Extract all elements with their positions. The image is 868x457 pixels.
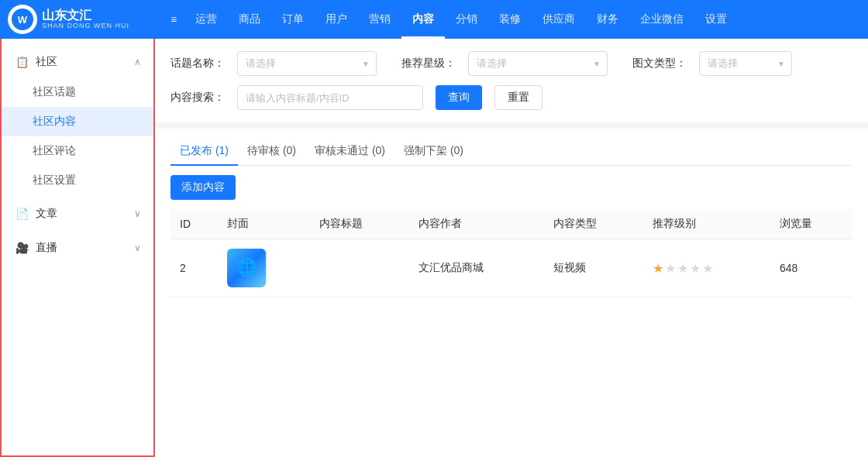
tab-pending[interactable]: 待审核 (0): [238, 138, 305, 166]
image-type-placeholder: 请选择: [708, 57, 738, 70]
reset-button[interactable]: 重置: [494, 85, 542, 110]
col-author: 内容作者: [409, 209, 543, 239]
content-search-label: 内容搜索：: [170, 91, 225, 105]
community-icon: 📋: [14, 54, 29, 70]
sidebar-group-live: 🎥 直播 ∨: [2, 232, 153, 263]
nav-item-supplier[interactable]: 供应商: [532, 0, 586, 39]
article-icon: 📄: [14, 206, 29, 222]
filter-section: 话题名称： 请选择 ▼ 推荐星级： 请选择 ▼ 图文类型： 请选择 ▼ 内容: [155, 39, 868, 122]
live-icon: 🎥: [14, 240, 29, 256]
col-type: 内容类型: [544, 209, 643, 239]
data-table: ID 封面 内容标题 内容作者 内容类型 推荐级别 浏览量 2: [170, 209, 852, 297]
cell-id: 2: [170, 239, 218, 297]
topic-label: 话题名称：: [170, 57, 225, 70]
svg-text:W: W: [18, 14, 28, 26]
sidebar-group-community-title[interactable]: 📋 社区 ∧: [2, 46, 153, 77]
community-children: 社区话题 社区内容 社区评论 社区设置: [2, 77, 153, 195]
cover-thumbnail: 🌐: [227, 249, 266, 287]
col-title: 内容标题: [310, 209, 409, 239]
sidebar-item-community-comment[interactable]: 社区评论: [2, 136, 153, 166]
topic-select-arrow-icon: ▼: [362, 60, 370, 68]
topic-select-placeholder: 请选择: [246, 57, 276, 70]
star-1: ★: [653, 261, 663, 276]
top-nav: W 山东文汇 SHAN DONG WEN HUI ≡ 运营 商品 订单 用户 营…: [0, 0, 868, 39]
menu-toggle-icon[interactable]: ≡: [163, 0, 184, 39]
nav-item-operations[interactable]: 运营: [184, 0, 228, 39]
star-4: ★: [690, 261, 701, 276]
star-3: ★: [677, 261, 688, 276]
sidebar-item-community-topic[interactable]: 社区话题: [2, 77, 153, 107]
live-arrow-icon: ∨: [134, 242, 141, 253]
recommend-select-placeholder: 请选择: [477, 57, 507, 70]
tab-forced-down[interactable]: 强制下架 (0): [394, 138, 473, 166]
tabs: 已发布 (1) 待审核 (0) 审核未通过 (0) 强制下架 (0): [170, 129, 852, 166]
filter-row-2: 内容搜索： 查询 重置: [170, 85, 852, 110]
content-search-input[interactable]: [237, 85, 423, 110]
sidebar-item-community-content[interactable]: 社区内容: [2, 107, 153, 136]
logo-text: 山东文汇 SHAN DONG WEN HUI: [42, 9, 129, 29]
sidebar-group-live-label: 直播: [36, 241, 134, 255]
article-arrow-icon: ∨: [134, 208, 141, 219]
nav-item-decoration[interactable]: 装修: [488, 0, 532, 39]
topic-select[interactable]: 请选择 ▼: [237, 51, 377, 76]
thumbnail-icon: 🌐: [236, 258, 257, 278]
recommend-label: 推荐星级：: [401, 57, 456, 70]
query-button[interactable]: 查询: [436, 85, 482, 110]
image-type-label: 图文类型：: [632, 57, 687, 70]
cell-type: 短视频: [544, 239, 643, 297]
sidebar-group-article-label: 文章: [36, 207, 134, 221]
sidebar-group-community-label: 社区: [36, 55, 134, 69]
cell-views: 648: [770, 239, 852, 297]
table-row: 2 🌐 文汇优品商城 短视频 ★ ★: [170, 239, 852, 297]
cell-title: [310, 239, 409, 297]
logo-icon: W: [8, 5, 37, 34]
nav-item-distribution[interactable]: 分销: [445, 0, 488, 39]
col-views: 浏览量: [770, 209, 852, 239]
image-type-select[interactable]: 请选择 ▼: [699, 51, 792, 76]
nav-item-finance[interactable]: 财务: [586, 0, 629, 39]
rating-stars: ★ ★ ★ ★ ★: [653, 261, 761, 276]
sidebar-group-article: 📄 文章 ∨: [2, 198, 153, 229]
nav-item-wechat[interactable]: 企业微信: [629, 0, 694, 39]
content-area: 话题名称： 请选择 ▼ 推荐星级： 请选择 ▼ 图文类型： 请选择 ▼ 内容: [155, 39, 868, 457]
col-rating: 推荐级别: [643, 209, 770, 239]
sidebar-group-live-title[interactable]: 🎥 直播 ∨: [2, 232, 153, 263]
recommend-select-arrow-icon: ▼: [593, 60, 601, 68]
nav-item-products[interactable]: 商品: [228, 0, 271, 39]
nav-item-marketing[interactable]: 营销: [358, 0, 401, 39]
nav-item-orders[interactable]: 订单: [271, 0, 315, 39]
cell-author: 文汇优品商城: [409, 239, 543, 297]
nav-item-content[interactable]: 内容: [401, 0, 445, 39]
star-2: ★: [665, 261, 676, 276]
image-type-arrow-icon: ▼: [777, 60, 785, 68]
logo: W 山东文汇 SHAN DONG WEN HUI: [8, 5, 163, 34]
sidebar-group-article-title[interactable]: 📄 文章 ∨: [2, 198, 153, 229]
tab-published[interactable]: 已发布 (1): [170, 138, 238, 166]
col-id: ID: [170, 209, 218, 239]
sidebar-group-community: 📋 社区 ∧ 社区话题 社区内容 社区评论 社区设置: [2, 46, 153, 195]
table-section: 已发布 (1) 待审核 (0) 审核未通过 (0) 强制下架 (0) 添加内容 …: [155, 129, 868, 457]
nav-menu: 运营 商品 订单 用户 营销 内容 分销 装修 供应商 财务 企业微信 设置: [184, 0, 860, 39]
add-content-button[interactable]: 添加内容: [170, 175, 236, 200]
sidebar-item-community-settings[interactable]: 社区设置: [2, 166, 153, 195]
col-cover: 封面: [218, 209, 310, 239]
nav-item-settings[interactable]: 设置: [694, 0, 738, 39]
nav-item-users[interactable]: 用户: [315, 0, 358, 39]
star-5: ★: [702, 261, 713, 276]
cell-cover: 🌐: [218, 239, 310, 297]
sidebar: 📋 社区 ∧ 社区话题 社区内容 社区评论 社区设置 📄 文章 ∨ 🎥: [0, 39, 155, 457]
community-arrow-icon: ∧: [134, 57, 141, 67]
main-layout: 📋 社区 ∧ 社区话题 社区内容 社区评论 社区设置 📄 文章 ∨ 🎥: [0, 39, 868, 457]
filter-row-1: 话题名称： 请选择 ▼ 推荐星级： 请选择 ▼ 图文类型： 请选择 ▼: [170, 51, 852, 76]
cell-rating: ★ ★ ★ ★ ★: [643, 239, 770, 297]
tab-rejected[interactable]: 审核未通过 (0): [305, 138, 394, 166]
recommend-select[interactable]: 请选择 ▼: [468, 51, 608, 76]
